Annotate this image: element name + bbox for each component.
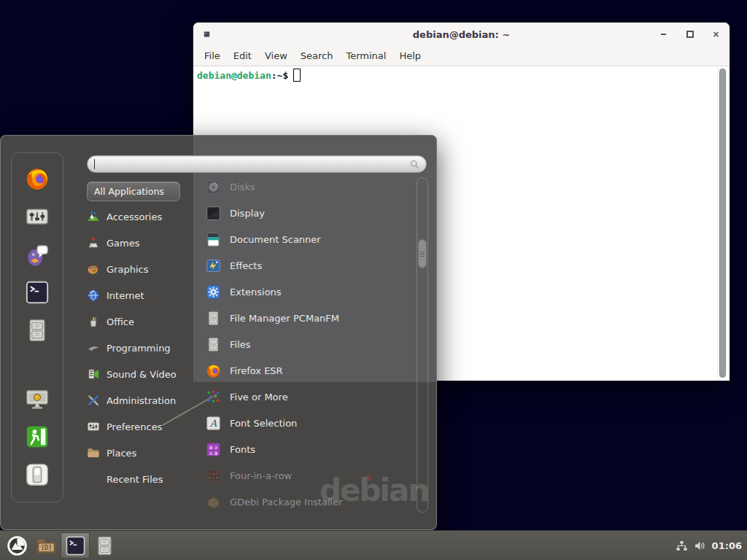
- session-button-log-out[interactable]: [25, 424, 50, 449]
- terminal-title: debian@debian: ~: [413, 29, 510, 40]
- categories-column: All Applications Accessories Games Graph…: [87, 182, 201, 492]
- application-label: Extensions: [230, 287, 282, 298]
- application-label: Disks: [230, 182, 255, 192]
- file-cabinet-icon: [206, 311, 221, 326]
- firefox-icon: [25, 166, 50, 191]
- log-out-icon: [25, 424, 50, 449]
- terminal-menu-item[interactable]: Help: [392, 50, 427, 61]
- maximize-button[interactable]: [685, 30, 694, 39]
- category-item-programming[interactable]: Programming: [87, 335, 201, 361]
- terminal-menu-item[interactable]: File: [198, 50, 227, 61]
- application-item-display[interactable]: Display: [206, 200, 409, 226]
- terminal-titlebar[interactable]: debian@debian: ~ ×: [193, 23, 729, 46]
- application-item-document-scanner[interactable]: Document Scanner: [206, 226, 409, 252]
- application-item-file-manager-pcmanfm[interactable]: File Manager PCManFM: [206, 305, 409, 331]
- terminal-scrollbar-thumb[interactable]: [719, 69, 726, 378]
- category-item-graphics[interactable]: Graphics: [87, 256, 201, 282]
- fonts-icon: aaaa: [206, 442, 221, 457]
- disks-icon: [206, 179, 221, 195]
- minimize-button[interactable]: [659, 30, 668, 39]
- pidgin-icon: [25, 242, 50, 267]
- category-item-preferences[interactable]: Preferences: [87, 413, 201, 440]
- favorite-terminal[interactable]: [25, 280, 50, 305]
- terminal-menu-item[interactable]: Search: [294, 50, 340, 61]
- session-button-shut-down[interactable]: [25, 462, 50, 487]
- system-tray: 01:06: [676, 540, 747, 552]
- terminal-menu-item[interactable]: Edit: [227, 50, 258, 61]
- application-label: Four-in-a-row: [230, 470, 292, 481]
- extensions-icon: [206, 284, 221, 300]
- application-label: Files: [230, 339, 251, 350]
- prompt-user-host: debian@debian: [197, 70, 271, 81]
- application-item-extensions[interactable]: Extensions: [206, 279, 409, 305]
- blank-icon: [87, 472, 100, 486]
- session-button-lock-screen[interactable]: [25, 386, 50, 411]
- category-label: Sound & Video: [107, 369, 177, 380]
- search-input[interactable]: [95, 156, 409, 172]
- graphics-icon: [87, 262, 100, 276]
- terminal-scrollbar[interactable]: [717, 68, 727, 378]
- menu-scrollbar-thumb[interactable]: [418, 239, 427, 268]
- five-or-more-icon: [206, 389, 221, 405]
- application-label: File Manager PCManFM: [230, 313, 339, 324]
- taskbar-button-files[interactable]: [90, 532, 119, 559]
- favorites-list: [12, 166, 63, 343]
- games-icon: [87, 236, 100, 249]
- category-label: Internet: [107, 290, 144, 301]
- favorite-files[interactable]: [25, 318, 50, 343]
- category-label: Office: [107, 316, 134, 327]
- terminal-menu-item[interactable]: Terminal: [339, 50, 392, 61]
- category-item-sound-video[interactable]: Sound & Video: [87, 361, 201, 387]
- all-applications-button[interactable]: All Applications: [87, 182, 180, 201]
- category-item-games[interactable]: Games: [87, 230, 201, 256]
- application-item-effects[interactable]: Effects: [206, 252, 409, 279]
- favorite-pidgin[interactable]: [25, 242, 50, 267]
- application-label: Document Scanner: [230, 234, 321, 245]
- menu-logo-icon: [7, 535, 28, 556]
- menu-scrollbar[interactable]: [417, 177, 428, 513]
- taskbar-button-terminal[interactable]: [61, 532, 90, 559]
- document-scanner-icon: [206, 232, 221, 247]
- terminal-window-icon: [204, 30, 210, 39]
- application-item-firefox-esr[interactable]: Firefox ESR: [206, 357, 409, 384]
- favorite-volume-mixer[interactable]: [25, 204, 50, 229]
- terminal-menu-item[interactable]: View: [258, 50, 294, 61]
- search-box[interactable]: [87, 155, 427, 173]
- application-item-font-selection[interactable]: A Font Selection: [206, 410, 409, 436]
- category-list: Accessories Games Graphics Internet Offi…: [87, 203, 201, 492]
- close-button[interactable]: ×: [711, 30, 721, 39]
- close-icon: ×: [712, 30, 719, 39]
- category-item-office[interactable]: Office: [87, 308, 201, 335]
- taskbar: [D] 01:06: [0, 530, 747, 560]
- minimize-icon: [661, 34, 666, 35]
- category-item-administration[interactable]: Administration: [87, 387, 201, 413]
- application-item-four-in-a-row[interactable]: Four-in-a-row: [206, 462, 409, 489]
- places-icon: [87, 446, 100, 459]
- application-item-files[interactable]: Files: [206, 331, 409, 357]
- application-item-fonts[interactable]: aaaa Fonts: [206, 436, 409, 462]
- volume-icon[interactable]: [694, 540, 706, 552]
- shut-down-icon: [25, 462, 50, 487]
- application-item-five-or-more[interactable]: Five or More: [206, 384, 409, 410]
- favorite-firefox[interactable]: [25, 166, 50, 191]
- administration-icon: [87, 394, 100, 407]
- category-item-recent-files[interactable]: Recent Files: [87, 466, 201, 492]
- category-item-places[interactable]: Places: [87, 440, 201, 466]
- network-icon[interactable]: [676, 540, 688, 552]
- effects-icon: [206, 258, 221, 273]
- application-menu: debian All Applications Accessories: [0, 135, 437, 530]
- taskbar-button-file-manager[interactable]: [D]: [31, 532, 61, 559]
- applications-list: Disks Display Document Scanner Effects E…: [206, 174, 409, 515]
- taskbar-button-menu[interactable]: [2, 532, 31, 559]
- session-buttons: [12, 386, 63, 487]
- category-label: Preferences: [107, 421, 162, 432]
- file-cabinet-icon: [206, 337, 221, 352]
- category-item-internet[interactable]: Internet: [87, 282, 201, 308]
- application-item-gdebi-package-installer[interactable]: GDebi Package Installer: [206, 489, 409, 515]
- application-item-disks[interactable]: Disks: [206, 174, 409, 200]
- svg-text:A: A: [209, 417, 217, 428]
- terminal-icon: [65, 535, 86, 556]
- programming-icon: [87, 341, 100, 354]
- all-applications-label: All Applications: [94, 186, 164, 197]
- category-item-accessories[interactable]: Accessories: [87, 203, 201, 230]
